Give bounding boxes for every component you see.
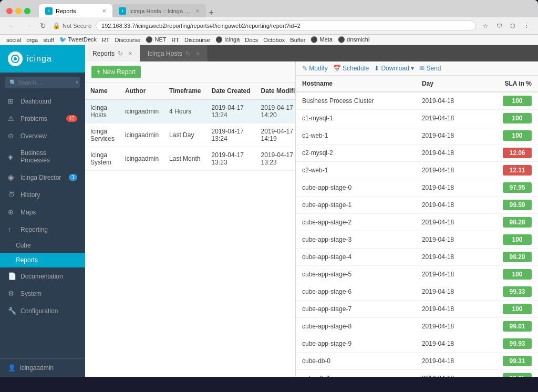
bookmark-rt1[interactable]: RT [102,36,109,43]
table-row[interactable]: cube-app-stage-9 2019-04-18 99.93 [296,335,538,353]
table-row[interactable]: cube-app-stage-8 2019-04-18 99.01 [296,318,538,335]
panel-tab-reports[interactable]: Reports ↻ × [85,45,140,61]
sidebar-item-problems[interactable]: ⚠ Problems 42 [0,110,85,127]
table-row[interactable]: cube-app-stage-2 2019-04-18 98.28 [296,214,538,231]
table-row[interactable]: c2-web-1 2019-04-18 12.11 [296,162,538,179]
col-day: Day [416,76,479,92]
sidebar-item-maps[interactable]: ⊕ Maps [0,203,85,221]
browser-tab-2[interactable]: i Icinga Hosts :: Icinga Web × [112,4,206,17]
bookmark-tweetdeck[interactable]: 🐦 TweetDeck [59,36,97,43]
shield-icon: 🛡 [494,20,504,31]
sidebar-item-system[interactable]: ⚙ System [0,285,85,302]
sidebar-item-cube[interactable]: Cube [0,238,85,253]
maximize-button[interactable] [24,8,30,14]
sidebar-label-documentation: Documentation [20,273,63,280]
close-button[interactable] [6,8,13,14]
sidebar-item-history[interactable]: ⏱ History [0,186,85,203]
table-row[interactable]: cube-app-stage-0 2019-04-18 97.95 [296,179,538,197]
table-row[interactable]: cube-app-stage-3 2019-04-18 100 [296,231,538,249]
sidebar-item-business-processes[interactable]: ◈ Business Processes [0,145,85,169]
sidebar-user[interactable]: 👤 icingaadmin [0,358,85,377]
sidebar-item-reports[interactable]: Reports [0,253,85,267]
extensions-icon[interactable]: ⬡ [508,20,518,31]
sidebar-item-dashboard[interactable]: ⊞ Dashboard [0,92,85,110]
sidebar-logo: icinga [0,45,85,73]
new-tab-button[interactable]: + [206,8,217,17]
main-content: Reports ↻ × Icinga Hosts ↻ × + New Repor… [85,45,538,377]
bookmark-stuff[interactable]: stuff [43,36,54,43]
bookmark-social[interactable]: social [6,36,21,43]
col-date-created: Date Created [206,83,256,99]
table-row[interactable]: c1-web-1 2019-04-18 100 [296,127,538,145]
bookmark-docs[interactable]: Docs [245,36,258,43]
icinga-logo [8,51,23,66]
table-row[interactable]: cube-app-stage-6 2019-04-18 99.33 [296,283,538,301]
table-row[interactable]: Icinga Services icingaadmin Last Day 201… [85,123,295,147]
table-row[interactable]: cube-app-stage-4 2019-04-18 98.29 [296,249,538,266]
reports-close-icon[interactable]: × [128,49,132,57]
bookmark-net[interactable]: ⚫ NET [146,36,166,43]
menu-icon[interactable]: ⋮ [521,20,532,31]
bookmark-dnsmichi[interactable]: ⚫ dnsmichi [338,36,369,43]
table-row[interactable]: Icinga System icingaadmin Last Month 201… [85,147,295,171]
tab-close-2[interactable]: × [195,7,200,15]
back-button[interactable]: ← [6,20,18,31]
send-link[interactable]: ✉ Send [419,65,441,72]
tab-favicon-1: i [45,7,53,15]
table-row[interactable]: cube-app-stage-1 2019-04-18 99.59 [296,197,538,214]
browser-tab-1[interactable]: i Reports × [39,4,112,17]
table-row[interactable]: c1-mysql-1 2019-04-18 100 [296,110,538,127]
table-row[interactable]: cube-db-1 2019-04-18 99.25 [296,370,538,377]
hosts-close-icon[interactable]: × [196,49,200,57]
maps-icon: ⊕ [8,208,16,216]
reports-refresh-icon[interactable]: ↻ [118,50,123,57]
table-row[interactable]: Icinga Hosts icingaadmin 4 Hours 2019-04… [85,99,295,123]
address-bar[interactable] [96,20,476,31]
sla-badge: 98.28 [503,217,532,228]
bookmark-discourse1[interactable]: Discourse [115,36,141,43]
search-clear-icon[interactable]: × [75,79,79,86]
cell-name: Icinga System [85,147,120,171]
sidebar-item-reporting[interactable]: ↑ Reporting [0,221,85,238]
table-row[interactable]: Business Process Cluster 2019-04-18 100 [296,92,538,110]
schedule-link[interactable]: 📅 Schedule [333,65,369,72]
tab-close-1[interactable]: × [102,7,106,15]
cell-hostname: cube-app-stage-9 [296,335,416,353]
bookmark-orga[interactable]: orga [26,36,38,43]
cell-day: 2019-04-18 [416,283,479,301]
table-row[interactable]: cube-app-stage-7 2019-04-18 100 [296,301,538,318]
sidebar-label-maps: Maps [20,209,36,216]
reload-button[interactable]: ↻ [38,20,48,31]
download-link[interactable]: ⬇ Download ▾ [374,65,414,72]
bookmark-octobox[interactable]: Octobox [263,36,285,43]
bookmark-icon[interactable]: ☆ [480,20,491,31]
new-report-button[interactable]: + New Report [91,66,141,78]
sidebar-item-overview[interactable]: ⊙ Overview [0,127,85,145]
minimize-button[interactable] [15,8,22,14]
sla-badge: 100 [503,130,532,141]
bookmark-buffer[interactable]: Buffer [290,36,305,43]
cell-day: 2019-04-18 [416,266,479,283]
cell-hostname: cube-app-stage-7 [296,301,416,318]
configuration-icon: 🔧 [8,307,16,315]
bookmark-discourse2[interactable]: Discourse [184,36,210,43]
sidebar-item-configuration[interactable]: 🔧 Configuration [0,302,85,319]
bookmark-rt2[interactable]: RT [171,36,179,43]
cell-sla: 99.25 [479,370,538,377]
bookmark-meta[interactable]: ⚫ Meta [311,36,333,43]
lock-icon: 🔒 [53,22,60,29]
cell-sla: 99.59 [479,197,538,214]
sidebar-item-documentation[interactable]: 📄 Documentation [0,267,85,285]
hosts-refresh-icon[interactable]: ↻ [185,50,191,57]
panel-tab-icinga-hosts[interactable]: Icinga Hosts ↻ × [140,45,208,61]
sidebar-label-configuration: Configuration [20,307,58,315]
sidebar-item-icinga-director[interactable]: ◉ Icinga Director 1 [0,169,85,186]
table-row[interactable]: cube-db-0 2019-04-18 99.31 [296,353,538,370]
cell-day: 2019-04-18 [416,335,479,353]
forward-button[interactable]: → [22,20,34,31]
table-row[interactable]: cube-app-stage-5 2019-04-18 100 [296,266,538,283]
cell-sla: 99.33 [479,283,538,301]
bookmark-icinga[interactable]: ⚫ Icinga [215,36,240,43]
modify-link[interactable]: ✎ Modify [302,65,328,72]
table-row[interactable]: c2-mysql-2 2019-04-18 12.06 [296,145,538,162]
